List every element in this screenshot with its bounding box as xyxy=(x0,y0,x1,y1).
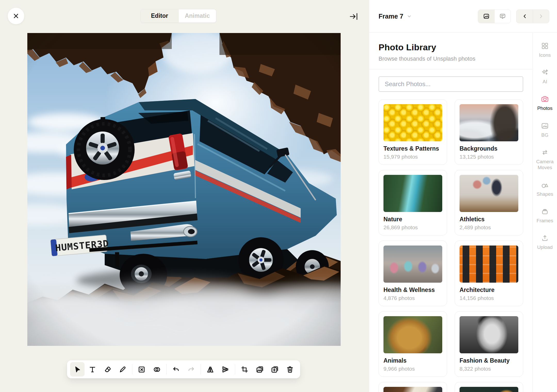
canvas-toolbar xyxy=(67,360,300,378)
tab-editor[interactable]: Editor xyxy=(141,9,179,22)
category-card-textures[interactable]: Textures & Patterns 15,979 photos xyxy=(379,99,447,165)
storyboard-editor-app: Editor Animatic xyxy=(0,0,557,392)
rail-item-frames[interactable]: Frames xyxy=(533,208,557,224)
category-name: Athletics xyxy=(460,216,518,223)
close-icon xyxy=(13,13,19,19)
add-frame-tool[interactable] xyxy=(268,362,282,377)
undo-button[interactable] xyxy=(169,362,183,377)
toolbar-divider xyxy=(132,364,132,374)
rail-item-photos[interactable]: Photos xyxy=(533,95,557,111)
flip-vertical-tool[interactable] xyxy=(218,362,233,377)
replace-image-tool[interactable] xyxy=(252,362,267,377)
toolbar-divider xyxy=(235,364,235,374)
rail-label: AI xyxy=(543,79,547,85)
category-card-partial[interactable] xyxy=(379,382,447,392)
select-tool[interactable] xyxy=(70,362,85,377)
tab-animatic[interactable]: Animatic xyxy=(179,9,216,22)
undo-icon xyxy=(172,365,180,373)
category-name: Health & Wellness xyxy=(383,287,442,293)
category-card-partial[interactable] xyxy=(455,382,523,392)
category-card-backgrounds[interactable]: Backgrounds 13,125 photos xyxy=(455,99,523,165)
category-count: 26,869 photos xyxy=(383,224,442,231)
chevron-left-icon xyxy=(522,13,528,19)
frame-selector[interactable]: Frame 7 xyxy=(379,13,412,20)
sparkles-icon xyxy=(541,69,549,76)
rail-item-icons[interactable]: Icons xyxy=(533,42,557,58)
rail-item-camera-moves[interactable]: Camera Moves xyxy=(533,149,557,170)
category-name: Animals xyxy=(383,357,442,364)
category-name: Architecture xyxy=(460,287,518,293)
category-card-nature[interactable]: Nature 26,869 photos xyxy=(379,170,447,235)
grid-icon xyxy=(541,42,549,50)
crop-tool[interactable] xyxy=(237,362,252,377)
redo-button[interactable] xyxy=(184,362,198,377)
frames-icon xyxy=(541,208,549,215)
category-grid: Textures & Patterns 15,979 photos Backgr… xyxy=(379,99,523,392)
chevron-down-icon xyxy=(406,13,412,19)
square-x-icon xyxy=(138,365,146,373)
image-view-icon xyxy=(483,13,490,20)
comment-view-icon xyxy=(499,13,506,20)
image-icon xyxy=(541,122,549,130)
shapes-icon xyxy=(541,181,549,189)
frame-title: Frame 7 xyxy=(379,13,403,20)
rail-label: Upload xyxy=(537,244,553,250)
flip-vertical-icon xyxy=(222,365,230,373)
category-count: 9,966 photos xyxy=(383,366,442,372)
search-input[interactable] xyxy=(379,76,523,92)
mode-toggle: Editor Animatic xyxy=(141,9,216,23)
category-name: Fashion & Beauty xyxy=(460,357,518,364)
photo-library-title: Photo Library xyxy=(379,42,523,52)
prev-frame-button[interactable] xyxy=(517,10,533,23)
trash-icon xyxy=(286,365,294,373)
category-count: 4,876 photos xyxy=(383,295,442,301)
right-panel: Frame 7 xyxy=(369,0,557,392)
blend-tool[interactable] xyxy=(150,362,164,377)
rail-label: Frames xyxy=(537,218,553,224)
category-count: 2,489 photos xyxy=(460,224,518,231)
rail-label: Camera Moves xyxy=(533,159,557,170)
swap-arrows-icon xyxy=(541,149,549,156)
collapse-panel-button[interactable] xyxy=(348,10,360,23)
category-card-fashion[interactable]: Fashion & Beauty 8,322 photos xyxy=(455,311,523,377)
cursor-icon xyxy=(73,365,81,373)
upload-icon xyxy=(541,234,549,242)
category-card-health[interactable]: Health & Wellness 4,876 photos xyxy=(379,241,447,306)
category-thumbnail xyxy=(383,104,442,141)
rail-label: Icons xyxy=(539,52,551,58)
redo-icon xyxy=(187,365,195,373)
delete-frame-tool[interactable] xyxy=(283,362,297,377)
rail-item-shapes[interactable]: Shapes xyxy=(533,181,557,197)
flip-horizontal-tool[interactable] xyxy=(203,362,218,377)
category-thumbnail xyxy=(460,246,518,283)
rail-item-bg[interactable]: BG xyxy=(533,122,557,138)
category-name: Backgrounds xyxy=(460,145,518,152)
eraser-tool[interactable] xyxy=(100,362,115,377)
category-count: 13,125 photos xyxy=(460,154,518,160)
category-card-athletics[interactable]: Athletics 2,489 photos xyxy=(455,170,523,235)
add-frame-icon xyxy=(271,365,279,373)
text-tool[interactable] xyxy=(85,362,100,377)
comment-view-button[interactable] xyxy=(494,10,511,23)
category-thumbnail xyxy=(460,316,518,353)
rail-item-upload[interactable]: Upload xyxy=(533,234,557,250)
category-thumbnail xyxy=(460,104,518,141)
close-button[interactable] xyxy=(8,8,24,24)
frame-canvas-image[interactable]: HUMSTER3D xyxy=(27,33,341,346)
category-thumbnail xyxy=(383,316,442,353)
overlapping-circles-icon xyxy=(153,365,161,373)
category-name: Nature xyxy=(383,216,442,223)
toolbar-divider xyxy=(166,364,167,374)
category-count: 8,322 photos xyxy=(460,366,518,372)
category-card-animals[interactable]: Animals 9,966 photos xyxy=(379,311,447,377)
pencil-tool[interactable] xyxy=(116,362,130,377)
crop-icon xyxy=(241,365,249,373)
delete-selection-tool[interactable] xyxy=(135,362,149,377)
rail-label: Photos xyxy=(537,105,552,111)
image-view-button[interactable] xyxy=(478,10,494,23)
category-card-architecture[interactable]: Architecture 14,156 photos xyxy=(455,241,523,306)
divider xyxy=(369,69,533,69)
category-count: 15,979 photos xyxy=(383,154,442,160)
rail-item-ai[interactable]: AI xyxy=(533,69,557,85)
next-frame-button[interactable] xyxy=(533,10,549,23)
